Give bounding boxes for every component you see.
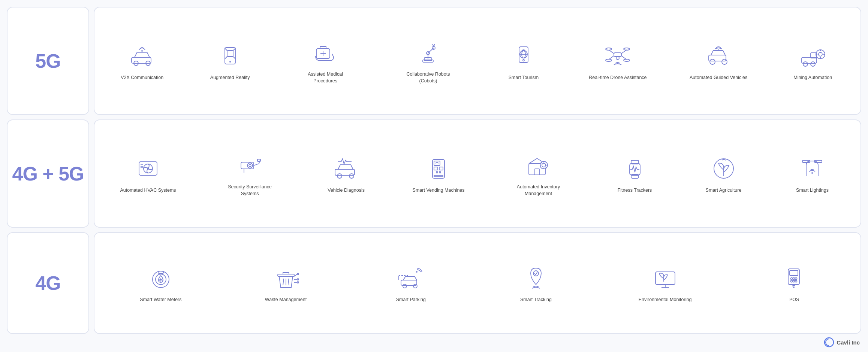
item-tourism: Smart Tourism xyxy=(501,41,546,81)
item-label-pos: POS xyxy=(789,297,799,303)
svg-rect-74 xyxy=(535,169,539,175)
row-label-2: 4G xyxy=(35,272,60,294)
item-label-cobot: Collaborative Robots (Cobots) xyxy=(398,71,458,84)
items-cell-0: V2X Communication Augmented Reality Assi… xyxy=(94,7,861,115)
svg-rect-69 xyxy=(439,167,443,170)
svg-point-91 xyxy=(811,172,813,174)
svg-line-82 xyxy=(546,167,546,168)
water-icon xyxy=(146,263,176,293)
drone-icon xyxy=(603,41,633,71)
svg-rect-70 xyxy=(434,175,443,177)
item-parking: Smart Parking xyxy=(388,263,433,303)
item-label-drone: Real-time Drone Assistance xyxy=(589,75,647,81)
row-label-0: 5G xyxy=(35,50,60,72)
agv-icon xyxy=(703,41,733,71)
item-label-tourism: Smart Tourism xyxy=(509,75,539,81)
parking-icon xyxy=(396,263,426,293)
svg-rect-115 xyxy=(655,272,675,285)
svg-point-45 xyxy=(819,52,822,56)
svg-point-43 xyxy=(811,62,815,66)
ar-icon xyxy=(215,41,245,71)
item-tracking: Smart Tracking xyxy=(513,263,558,303)
svg-point-72 xyxy=(439,172,441,173)
item-pos: POS xyxy=(772,263,817,303)
row-5g: 5G V2X Communication Augmented Reality xyxy=(7,7,861,115)
footer-logo-text: Cavli Inc xyxy=(837,339,860,346)
vehicle-icon xyxy=(331,154,361,183)
svg-rect-21 xyxy=(519,47,528,63)
svg-point-25 xyxy=(523,60,524,61)
item-mining: Mining Automation xyxy=(790,41,835,81)
item-vending: Smart Vending Machines xyxy=(413,154,465,194)
item-medical: Assisted Medical Procedures xyxy=(295,37,355,84)
svg-rect-36 xyxy=(709,55,726,61)
item-v2x: V2X Communication xyxy=(120,41,165,81)
svg-point-125 xyxy=(795,280,797,282)
item-label-tracking: Smart Tracking xyxy=(520,297,552,303)
svg-point-121 xyxy=(793,278,795,280)
item-waste: Waste Management xyxy=(263,263,308,303)
svg-rect-98 xyxy=(278,274,294,276)
svg-point-52 xyxy=(147,167,149,170)
svg-point-105 xyxy=(297,273,299,275)
svg-point-109 xyxy=(403,284,407,288)
lighting-icon xyxy=(797,154,827,183)
svg-point-35 xyxy=(616,57,619,60)
svg-point-114 xyxy=(533,271,539,276)
mining-icon xyxy=(798,41,828,71)
svg-point-71 xyxy=(436,172,438,173)
item-drone: Real-time Drone Assistance xyxy=(589,41,647,81)
pos-icon xyxy=(779,263,809,293)
item-label-medical: Assisted Medical Procedures xyxy=(295,71,355,84)
svg-rect-67 xyxy=(434,161,440,166)
footer: Cavli Inc xyxy=(7,334,861,348)
svg-point-58 xyxy=(249,164,251,167)
label-cell-2: 4G xyxy=(7,232,89,334)
v2x-icon xyxy=(127,41,157,71)
label-cell-0: 5G xyxy=(7,7,89,115)
svg-point-33 xyxy=(606,59,612,61)
item-inventory: Automated Inventory Management xyxy=(509,150,569,197)
svg-point-124 xyxy=(793,280,795,282)
item-label-ar: Augmented Reality xyxy=(210,75,250,81)
item-label-vending: Smart Vending Machines xyxy=(413,187,465,194)
svg-point-31 xyxy=(606,48,612,50)
item-label-vehicle: Vehicle Diagnosis xyxy=(328,187,365,194)
main-grid: 5G V2X Communication Augmented Reality xyxy=(7,7,861,334)
item-lighting: Smart Lightings xyxy=(790,154,835,194)
item-cobot: Collaborative Robots (Cobots) xyxy=(398,37,458,84)
tourism-icon xyxy=(509,41,539,71)
svg-rect-119 xyxy=(790,270,798,276)
item-label-agv: Automated Guided Vehicles xyxy=(690,75,747,81)
svg-point-110 xyxy=(413,284,417,288)
item-label-water: Smart Water Meters xyxy=(140,297,181,303)
hvac-icon xyxy=(133,154,163,183)
svg-point-37 xyxy=(710,59,715,64)
svg-point-32 xyxy=(624,48,630,50)
tracking-icon xyxy=(521,263,551,293)
item-label-v2x: V2X Communication xyxy=(121,75,163,81)
svg-point-20 xyxy=(427,57,429,58)
svg-point-3 xyxy=(141,50,143,52)
item-agv: Automated Guided Vehicles xyxy=(690,41,747,81)
row-4g-+-5g: 4G + 5G Automated HVAC Systems xyxy=(7,119,861,228)
svg-point-120 xyxy=(791,278,793,280)
agriculture-icon xyxy=(709,154,739,183)
item-environment: Environmental Monitoring xyxy=(639,263,692,303)
svg-rect-26 xyxy=(614,53,621,57)
svg-point-57 xyxy=(247,163,253,168)
item-label-lighting: Smart Lightings xyxy=(796,187,829,194)
svg-point-106 xyxy=(297,279,299,280)
svg-point-64 xyxy=(337,174,342,178)
label-cell-1: 4G + 5G xyxy=(7,119,89,228)
item-water: Smart Water Meters xyxy=(138,263,183,303)
item-agriculture: Smart Agriculture xyxy=(701,154,746,194)
environment-icon xyxy=(650,263,680,293)
svg-point-65 xyxy=(349,174,354,178)
item-label-environment: Environmental Monitoring xyxy=(639,297,692,303)
item-fitness: Fitness Trackers xyxy=(612,154,657,194)
svg-point-122 xyxy=(795,278,797,280)
svg-rect-61 xyxy=(257,159,260,161)
row-4g: 4G Smart Water Meters xyxy=(7,232,861,334)
svg-rect-68 xyxy=(434,167,438,170)
